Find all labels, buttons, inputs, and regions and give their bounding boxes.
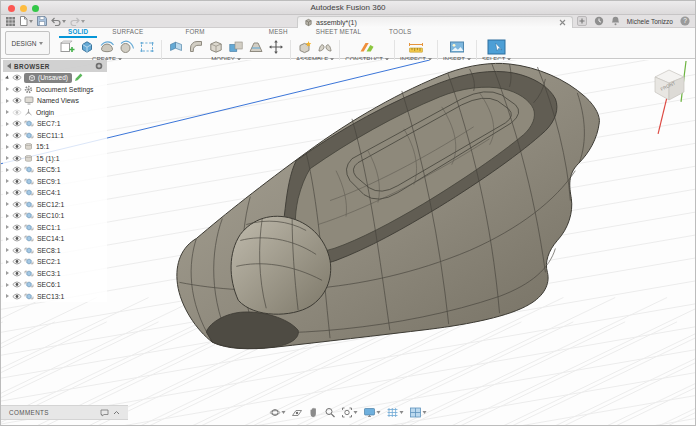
browser-item-named-views[interactable]: Named Views bbox=[3, 95, 107, 107]
visibility-eye-icon[interactable] bbox=[12, 235, 22, 242]
browser-item-sec14-1[interactable]: SEC14:1 bbox=[3, 233, 107, 245]
tool-new-component-button[interactable] bbox=[296, 40, 314, 54]
browser-item-sec5-1[interactable]: SEC5:1 bbox=[3, 164, 107, 176]
tool-shell-button[interactable] bbox=[207, 40, 225, 54]
nav-display-settings-button[interactable] bbox=[364, 407, 381, 418]
tool-create-sketch-button[interactable] bbox=[58, 40, 76, 54]
visibility-eye-icon[interactable] bbox=[12, 120, 22, 127]
expand-arrow-icon[interactable] bbox=[6, 145, 9, 149]
expand-arrow-icon[interactable] bbox=[6, 283, 9, 287]
browser-item-sec3-1[interactable]: SEC3:1 bbox=[3, 268, 107, 280]
qat-data-panel-toggle-button[interactable] bbox=[6, 16, 15, 27]
nav-grid-and-snaps-button[interactable] bbox=[387, 407, 404, 418]
help-icon[interactable]: ? bbox=[680, 14, 690, 29]
expand-arrow-icon[interactable] bbox=[6, 237, 9, 241]
tool-offset-face-button[interactable] bbox=[247, 40, 265, 54]
browser-item-15-1[interactable]: 15:1 bbox=[3, 141, 107, 153]
expand-arrow-icon[interactable] bbox=[6, 99, 9, 103]
root-document-pill[interactable]: (Unsaved) bbox=[24, 73, 72, 83]
browser-item-sec7-1[interactable]: SEC7:1 bbox=[3, 118, 107, 130]
ribbon-tab-surface[interactable]: SURFACE bbox=[103, 28, 152, 38]
expand-arrow-icon[interactable] bbox=[6, 87, 9, 91]
nav-viewports-button[interactable] bbox=[410, 407, 427, 418]
tool-construct-plane-button[interactable] bbox=[358, 40, 376, 54]
visibility-eye-icon[interactable] bbox=[12, 143, 22, 150]
nav-look-at-button[interactable] bbox=[292, 407, 303, 418]
tool-insert-image-button[interactable] bbox=[448, 40, 466, 54]
notifications-icon[interactable] bbox=[611, 14, 620, 29]
visibility-eye-icon[interactable] bbox=[12, 178, 22, 185]
tool-measure-button[interactable] bbox=[407, 40, 425, 54]
visibility-eye-icon[interactable] bbox=[12, 201, 22, 208]
zoom-window-button[interactable] bbox=[32, 5, 39, 12]
visibility-eye-icon[interactable] bbox=[12, 247, 22, 254]
comments-bar[interactable]: COMMENTS bbox=[1, 405, 128, 420]
visibility-eye-icon[interactable] bbox=[12, 155, 22, 162]
tool-combine-button[interactable] bbox=[227, 40, 245, 54]
visibility-eye-icon[interactable] bbox=[12, 293, 22, 300]
expand-arrow-icon[interactable] bbox=[6, 156, 9, 160]
user-name[interactable]: Michele Tonizzo bbox=[627, 18, 673, 25]
browser-root-item[interactable]: (Unsaved) bbox=[3, 72, 107, 84]
visibility-eye-icon[interactable] bbox=[12, 132, 22, 139]
browser-item-document-settings[interactable]: Document Settings bbox=[3, 84, 107, 96]
job-status-icon[interactable] bbox=[594, 14, 604, 29]
expand-arrow-icon[interactable] bbox=[6, 191, 9, 195]
collapse-browser-icon[interactable] bbox=[7, 63, 11, 69]
expand-arrow-icon[interactable] bbox=[6, 202, 9, 206]
visibility-eye-icon[interactable] bbox=[12, 74, 22, 81]
nav-orbit-button[interactable] bbox=[270, 407, 286, 418]
browser-item-sec2-1[interactable]: SEC2:1 bbox=[3, 256, 107, 268]
expand-arrow-icon[interactable] bbox=[6, 122, 9, 126]
visibility-eye-icon[interactable] bbox=[12, 212, 22, 219]
ribbon-tab-mesh[interactable]: MESH bbox=[260, 28, 297, 38]
expand-arrow-icon[interactable] bbox=[6, 225, 9, 229]
visibility-eye-icon[interactable] bbox=[12, 224, 22, 231]
browser-options-icon[interactable] bbox=[95, 62, 103, 70]
tool-pattern-button[interactable] bbox=[138, 40, 156, 54]
visibility-eye-icon[interactable] bbox=[12, 189, 22, 196]
browser-item-origin[interactable]: Origin bbox=[3, 107, 107, 119]
expand-arrow-icon[interactable] bbox=[6, 260, 9, 264]
visibility-eye-icon[interactable] bbox=[12, 97, 22, 104]
document-tab[interactable]: assembly*(1) bbox=[297, 16, 573, 28]
browser-item-sec12-1[interactable]: SEC12:1 bbox=[3, 199, 107, 211]
visibility-eye-icon[interactable] bbox=[12, 270, 22, 277]
expand-arrow-icon[interactable] bbox=[6, 294, 9, 298]
design-workspace-dropdown[interactable]: DESIGN bbox=[5, 31, 50, 55]
expand-arrow-icon[interactable] bbox=[6, 110, 9, 114]
visibility-eye-icon[interactable] bbox=[12, 166, 22, 173]
visibility-eye-icon[interactable] bbox=[12, 258, 22, 265]
browser-header[interactable]: BROWSER bbox=[3, 60, 107, 72]
expand-arrow-icon[interactable] bbox=[5, 75, 10, 80]
expand-arrow-icon[interactable] bbox=[6, 133, 9, 137]
close-window-button[interactable] bbox=[8, 5, 15, 12]
browser-item-sec1-1[interactable]: SEC1:1 bbox=[3, 222, 107, 234]
qat-save-button[interactable] bbox=[37, 16, 47, 27]
tool-select-button[interactable] bbox=[486, 39, 507, 55]
new-tab-button[interactable] bbox=[577, 14, 587, 29]
qat-redo-button[interactable] bbox=[70, 16, 85, 27]
tool-extrude-button[interactable] bbox=[78, 40, 96, 54]
tool-fillet-button[interactable] bbox=[187, 40, 205, 54]
browser-item-sec10-1[interactable]: SEC10:1 bbox=[3, 210, 107, 222]
ribbon-tab-tools[interactable]: TOOLS bbox=[380, 28, 420, 38]
ribbon-tab-form[interactable]: FORM bbox=[176, 28, 213, 38]
nav-fit-button[interactable] bbox=[342, 407, 358, 418]
ribbon-tab-solid[interactable]: SOLID bbox=[59, 28, 97, 38]
qat-file-menu-button[interactable] bbox=[19, 16, 33, 27]
tool-sweep-button[interactable] bbox=[118, 40, 136, 54]
view-cube[interactable]: FRONT bbox=[644, 64, 692, 112]
browser-item-sec11-1[interactable]: SEC11:1 bbox=[3, 130, 107, 142]
visibility-eye-icon[interactable] bbox=[12, 109, 22, 116]
browser-item-sec13-1[interactable]: SEC13:1 bbox=[3, 291, 107, 303]
browser-item-sec9-1[interactable]: SEC9:1 bbox=[3, 176, 107, 188]
visibility-eye-icon[interactable] bbox=[12, 86, 22, 93]
browser-item-15-1-1[interactable]: 15 (1):1 bbox=[3, 153, 107, 165]
nav-zoom-button[interactable] bbox=[325, 407, 336, 418]
minimize-window-button[interactable] bbox=[20, 5, 27, 12]
expand-arrow-icon[interactable] bbox=[6, 214, 9, 218]
ribbon-tab-sheet-metal[interactable]: SHEET METAL bbox=[307, 28, 370, 38]
browser-item-sec4-1[interactable]: SEC4:1 bbox=[3, 187, 107, 199]
visibility-eye-icon[interactable] bbox=[12, 281, 22, 288]
